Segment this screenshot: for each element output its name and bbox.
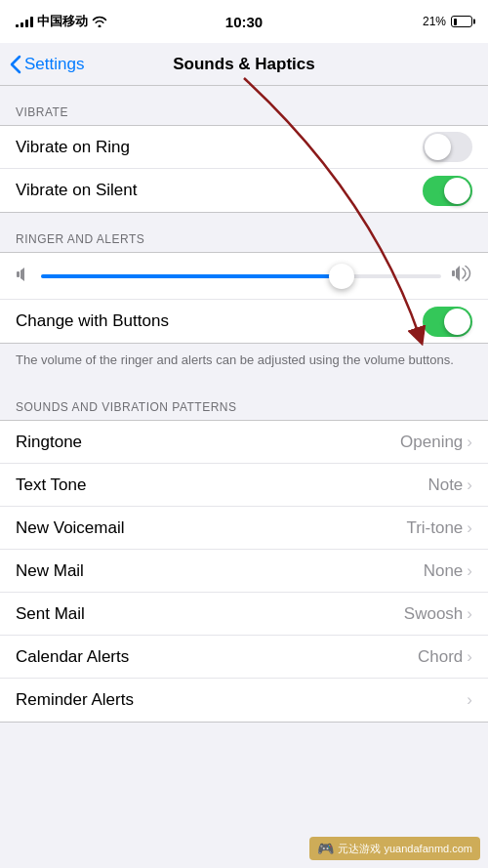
vibrate-on-silent-row: Vibrate on Silent [0, 169, 488, 212]
svg-rect-0 [17, 271, 20, 277]
calendar-alerts-label: Calendar Alerts [16, 647, 129, 667]
ringtone-chevron-icon: › [467, 433, 472, 452]
calendar-alerts-chevron-icon: › [467, 647, 472, 667]
new-mail-right: None › [424, 561, 472, 581]
watermark-brand: 元达游戏 [338, 842, 381, 856]
battery-percent: 21% [423, 15, 446, 28]
watermark: 🎮 元达游戏 yuandafanmd.com [309, 837, 481, 860]
new-voicemail-right: Tri-tone › [406, 518, 472, 538]
volume-low-icon [16, 267, 31, 285]
text-tone-chevron-icon: › [467, 475, 472, 495]
change-with-buttons-label: Change with Buttons [16, 311, 169, 331]
vibrate-on-ring-knob [425, 134, 451, 160]
reminder-alerts-row[interactable]: Reminder Alerts › [0, 679, 488, 722]
carrier-label: 中国移动 [37, 13, 88, 30]
volume-high-icon [451, 265, 472, 287]
new-voicemail-label: New Voicemail [16, 518, 125, 538]
calendar-alerts-row[interactable]: Calendar Alerts Chord › [0, 636, 488, 679]
new-mail-label: New Mail [16, 561, 84, 581]
vibrate-on-silent-knob [444, 178, 470, 204]
volume-slider-thumb[interactable] [329, 264, 354, 289]
time-label: 10:30 [225, 14, 263, 30]
status-right: 21% [423, 15, 472, 28]
sent-mail-row[interactable]: Sent Mail Swoosh › [0, 593, 488, 636]
patterns-card-group: Ringtone Opening › Text Tone Note › New … [0, 420, 488, 723]
text-tone-right: Note › [427, 475, 472, 495]
sent-mail-chevron-icon: › [467, 604, 472, 624]
new-voicemail-row[interactable]: New Voicemail Tri-tone › [0, 507, 488, 550]
change-with-buttons-knob [444, 309, 470, 335]
back-label: Settings [24, 55, 84, 74]
reminder-alerts-label: Reminder Alerts [16, 690, 134, 710]
battery-icon [451, 16, 472, 27]
vibrate-on-ring-toggle[interactable] [423, 132, 472, 162]
watermark-site: yuandafanmd.com [385, 843, 473, 854]
ringer-card-group: Change with Buttons [0, 252, 488, 344]
status-bar: 中国移动 10:30 21% [0, 0, 488, 43]
ringtone-row[interactable]: Ringtone Opening › [0, 421, 488, 464]
nav-bar: Settings Sounds & Haptics [0, 43, 488, 86]
sent-mail-label: Sent Mail [16, 604, 85, 624]
text-tone-value: Note [427, 475, 463, 495]
vibrate-section-header: VIBRATE [0, 86, 488, 125]
page-title: Sounds & Haptics [173, 55, 314, 74]
ringer-section-header: RINGER AND ALERTS [0, 213, 488, 252]
new-mail-row[interactable]: New Mail None › [0, 550, 488, 593]
ringtone-value: Opening [400, 433, 463, 452]
new-voicemail-value: Tri-tone [406, 518, 463, 538]
volume-slider-track[interactable] [41, 274, 441, 278]
new-mail-value: None [424, 561, 464, 581]
vibrate-on-ring-label: Vibrate on Ring [16, 138, 130, 157]
volume-slider-row [0, 253, 488, 300]
svg-rect-1 [452, 270, 455, 276]
text-tone-row[interactable]: Text Tone Note › [0, 464, 488, 507]
new-mail-chevron-icon: › [467, 561, 472, 581]
reminder-alerts-right: › [463, 690, 472, 710]
back-button[interactable]: Settings [10, 55, 84, 74]
ringtone-label: Ringtone [16, 433, 82, 452]
sent-mail-value: Swoosh [404, 604, 463, 624]
status-left: 中国移动 [16, 13, 107, 30]
watermark-icon: 🎮 [317, 841, 334, 856]
vibrate-on-silent-toggle[interactable] [423, 176, 472, 206]
reminder-alerts-chevron-icon: › [467, 690, 472, 710]
text-tone-label: Text Tone [16, 475, 86, 495]
vibrate-on-silent-label: Vibrate on Silent [16, 181, 137, 200]
calendar-alerts-value: Chord [418, 647, 463, 667]
ringer-description: The volume of the ringer and alerts can … [0, 344, 488, 381]
sent-mail-right: Swoosh › [404, 604, 472, 624]
change-with-buttons-toggle[interactable] [423, 307, 472, 337]
vibrate-card-group: Vibrate on Ring Vibrate on Silent [0, 125, 488, 213]
ringtone-right: Opening › [400, 433, 472, 452]
vibrate-on-ring-row: Vibrate on Ring [0, 126, 488, 169]
signal-bars-icon [16, 16, 33, 27]
new-voicemail-chevron-icon: › [467, 518, 472, 538]
patterns-section-header: SOUNDS AND VIBRATION PATTERNS [0, 381, 488, 420]
change-with-buttons-row: Change with Buttons [0, 300, 488, 343]
volume-slider-fill [41, 274, 342, 278]
calendar-alerts-right: Chord › [418, 647, 472, 667]
wifi-icon [92, 16, 107, 27]
